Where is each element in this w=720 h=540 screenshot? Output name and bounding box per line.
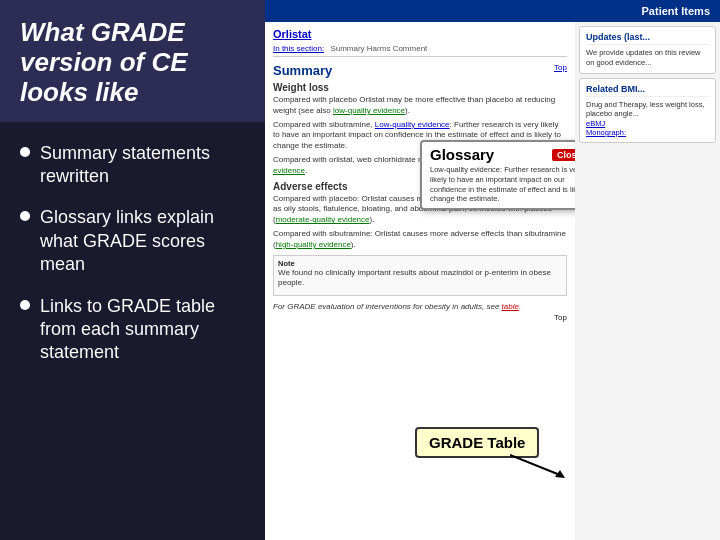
note-title: Note bbox=[278, 259, 295, 268]
glossary-close-button[interactable]: Close X bbox=[552, 149, 575, 161]
bullet-item-3: Links to GRADE table from each summary s… bbox=[20, 295, 245, 365]
monograph-link[interactable]: Monograph: bbox=[586, 128, 626, 137]
bullet-text-2: Glossary links explain what GRADE scores… bbox=[40, 206, 245, 276]
glossary-popup-header: Glossary Close X bbox=[430, 146, 575, 163]
low-quality-link-1[interactable]: low-quality evidence bbox=[333, 106, 405, 115]
top-bar: Patient Items bbox=[265, 0, 720, 22]
for-grade-line: For GRADE evaluation of interventions fo… bbox=[273, 302, 567, 311]
bottom-top-anchor[interactable]: Top bbox=[554, 313, 567, 322]
widget-updates-header: Updates (last... bbox=[586, 32, 709, 45]
low-quality-link-2[interactable]: Low-quality evidence bbox=[375, 120, 450, 129]
nav-link-comment[interactable]: Comment bbox=[393, 44, 428, 53]
bullet-item-1: Summary statements rewritten bbox=[20, 142, 245, 189]
top-link[interactable]: Top bbox=[554, 63, 567, 72]
top-bar-label: Patient Items bbox=[642, 5, 710, 17]
bullet-list: Summary statements rewritten Glossary li… bbox=[0, 122, 265, 393]
para-1: Compared with placebo Orlistat may be mo… bbox=[273, 95, 567, 117]
widget-related-text: Drug and Therapy, less weight loss, plac… bbox=[586, 100, 709, 120]
svg-line-0 bbox=[510, 455, 560, 475]
para1-text: placebo Orlistat may be more effective t… bbox=[273, 95, 555, 115]
widget-related-links: eBMJ Monograph: bbox=[586, 119, 709, 137]
document-area: Orlistat In this section: Summary Harms … bbox=[265, 22, 575, 540]
subsection-weight-loss: Weight loss bbox=[273, 82, 567, 93]
note-box: Note We found no clinically important re… bbox=[273, 255, 567, 297]
left-header: What GRADE version of CE looks like bbox=[0, 0, 265, 122]
bullet-text-1: Summary statements rewritten bbox=[40, 142, 245, 189]
nav-link-harms[interactable]: Harms bbox=[367, 44, 391, 53]
bullet-text-3: Links to GRADE table from each summary s… bbox=[40, 295, 245, 365]
glossary-popup-text: Low-quality evidence: Further research i… bbox=[430, 165, 575, 204]
bullet-dot-3 bbox=[20, 300, 30, 310]
nav-link-summary[interactable]: Summary bbox=[330, 44, 364, 53]
for-grade-text: For GRADE evaluation of interventions fo… bbox=[273, 302, 502, 311]
widget-updates: Updates (last... We provide updates on t… bbox=[579, 26, 716, 74]
right-panel: Patient Items Orlistat In this section: … bbox=[265, 0, 720, 540]
glossary-popup-title: Glossary bbox=[430, 146, 494, 163]
high-quality-link[interactable]: high-quality evidence bbox=[276, 240, 351, 249]
grade-table-arrow bbox=[510, 450, 570, 480]
doc-title-link[interactable]: Orlistat bbox=[273, 28, 567, 40]
bullet-item-2: Glossary links explain what GRADE scores… bbox=[20, 206, 245, 276]
glossary-popup: Glossary Close X Low-quality evidence: F… bbox=[420, 140, 575, 210]
right-content: Orlistat In this section: Summary Harms … bbox=[265, 22, 720, 540]
moderate-quality-link[interactable]: moderate-quality evidence bbox=[276, 215, 370, 224]
widget-updates-text: We provide updates on this review on goo… bbox=[586, 48, 709, 68]
widget-related: Related BMI... Drug and Therapy, less we… bbox=[579, 78, 716, 144]
nav-label: In this section: bbox=[273, 44, 324, 53]
doc-section-nav: In this section: Summary Harms Comment bbox=[273, 44, 567, 57]
grade-table-link[interactable]: table bbox=[502, 302, 519, 311]
bullet-dot-1 bbox=[20, 147, 30, 157]
left-panel: What GRADE version of CE looks like Summ… bbox=[0, 0, 265, 540]
adverse-para-2: Compared with sibutramine: Orlistat caus… bbox=[273, 229, 567, 251]
bullet-dot-2 bbox=[20, 211, 30, 221]
note-para: We found no clinically important results… bbox=[278, 268, 562, 290]
ebmj-link[interactable]: eBMJ bbox=[586, 119, 605, 128]
bottom-top-link: Top bbox=[273, 313, 567, 322]
widget-related-header: Related BMI... bbox=[586, 84, 709, 97]
sidebar-widgets: Updates (last... We provide updates on t… bbox=[575, 22, 720, 540]
main-heading: What GRADE version of CE looks like bbox=[20, 18, 245, 108]
section-title: Summary bbox=[273, 63, 567, 78]
